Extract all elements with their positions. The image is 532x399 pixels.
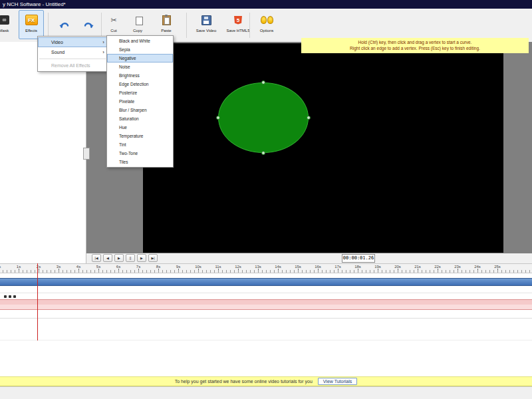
- timeline-summary-track[interactable]: [0, 278, 532, 286]
- ruler-tick: [418, 269, 418, 273]
- ruler-label: 23s: [454, 265, 461, 269]
- ruler-tick: [497, 269, 498, 273]
- redo-icon: [82, 20, 94, 29]
- go-to-start-button[interactable]: |◀: [92, 254, 101, 262]
- mask-icon: [0, 15, 9, 25]
- video-preview-canvas[interactable]: [143, 43, 503, 253]
- menu-item-sound[interactable]: Sound›: [38, 47, 107, 57]
- timeline-row[interactable]: [0, 319, 532, 340]
- ruler-label: 6s: [116, 265, 120, 269]
- vertex-handle-top[interactable]: [261, 80, 265, 84]
- save-video-label: Save Video: [196, 29, 217, 33]
- ruler-tick: [278, 269, 279, 273]
- scissors-icon: ✂: [110, 17, 116, 24]
- transport-bar: |◀◀▶||▶▶| 00:00:01.26: [86, 253, 532, 263]
- ruler-tick: [318, 269, 319, 273]
- ruler-tick: [238, 269, 239, 273]
- submenu-item-tint[interactable]: Tint: [107, 140, 173, 149]
- ruler-label: 10s: [195, 265, 201, 269]
- status-bar: [0, 386, 532, 399]
- effects-button-label: Effects: [25, 29, 37, 33]
- previous-frame-button[interactable]: ◀: [103, 254, 112, 262]
- next-frame-button[interactable]: ▶: [137, 254, 146, 262]
- ruler-tick: [59, 269, 59, 273]
- tutorial-banner: To help you get started we have some onl…: [0, 376, 532, 386]
- pause-button[interactable]: ||: [126, 254, 135, 262]
- track-row-highlighted[interactable]: [0, 299, 532, 305]
- track-control-icon[interactable]: [9, 295, 11, 298]
- ruler-label: 0s: [0, 265, 1, 269]
- play-button[interactable]: ▶: [114, 254, 124, 262]
- ruler-label: 15s: [295, 265, 301, 269]
- ruler-label: 25s: [494, 265, 501, 269]
- title-bar[interactable]: y NCH Software - Untitled*: [0, 0, 532, 9]
- go-to-end-button[interactable]: ▶|: [148, 254, 158, 262]
- timeline-row[interactable]: [0, 309, 532, 319]
- track-control-icon[interactable]: [13, 295, 16, 298]
- ruler-label: 5s: [96, 265, 100, 269]
- ruler-label: 16s: [315, 265, 321, 269]
- submenu-item-pixelate[interactable]: Pixelate: [107, 97, 173, 106]
- submenu-item-blur-sharpen[interactable]: Blur / Sharpen: [107, 106, 173, 114]
- transport-buttons: |◀◀▶||▶▶|: [92, 254, 158, 262]
- timeline-area[interactable]: [0, 273, 532, 376]
- ruler-tick: [218, 269, 219, 273]
- submenu-item-posterize[interactable]: Posterize: [107, 88, 173, 97]
- toolbar-separator: [101, 13, 102, 38]
- ruler-label: 4s: [76, 265, 80, 269]
- ruler-label: 24s: [474, 265, 481, 269]
- window-title: y NCH Software - Untitled*: [3, 1, 66, 7]
- ruler-tick: [298, 269, 299, 273]
- ruler-label: 3s: [57, 265, 61, 269]
- submenu-item-temperature[interactable]: Temperature: [107, 132, 173, 140]
- mask-button[interactable]: Mask: [0, 10, 19, 39]
- playhead[interactable]: [37, 263, 38, 340]
- toolbar-separator: [48, 13, 49, 38]
- ruler-label: 9s: [176, 265, 180, 269]
- submenu-item-black-and-white[interactable]: Black and White: [107, 37, 173, 45]
- cut-button-label: Cut: [110, 29, 116, 33]
- copy-icon: [136, 17, 143, 25]
- effects-button[interactable]: FX Effects: [19, 10, 44, 39]
- paste-icon: [162, 15, 171, 25]
- timeline-row[interactable]: [0, 286, 532, 293]
- options-button[interactable]: Options: [253, 10, 280, 39]
- save-html5-label: Save HTML5: [226, 29, 249, 33]
- submenu-item-noise[interactable]: Noise: [107, 63, 173, 71]
- ruler-tick: [138, 269, 139, 273]
- submenu-arrow-icon: ›: [102, 49, 104, 55]
- submenu-item-saturation[interactable]: Saturation: [107, 114, 173, 123]
- ruler-label: 22s: [434, 265, 441, 269]
- panel-splitter-handle[interactable]: [83, 148, 90, 160]
- ruler-tick: [98, 269, 99, 273]
- ruler-tick: [477, 269, 478, 273]
- ruler-tick: [158, 269, 159, 273]
- view-tutorials-button[interactable]: View Tutorials: [318, 378, 357, 385]
- submenu-item-edge-detection[interactable]: Edge Detection: [107, 80, 173, 88]
- hint-line-2: Right click an edge to add a vertex. Pre…: [303, 45, 527, 51]
- menu-item-video[interactable]: Video›: [38, 37, 107, 47]
- submenu-item-two-tone[interactable]: Two-Tone: [107, 149, 173, 158]
- submenu-item-brightness[interactable]: Brightness: [107, 71, 173, 80]
- hint-line-1: Hold (Ctrl) key, then click and drag a v…: [303, 39, 527, 45]
- save-video-icon: [201, 15, 211, 25]
- vertex-handle-right[interactable]: [307, 116, 311, 120]
- submenu-item-tiles[interactable]: Tiles: [107, 158, 173, 166]
- track-controls: [0, 293, 532, 299]
- redo-button[interactable]: [77, 10, 100, 39]
- submenu-item-hue[interactable]: Hue: [107, 123, 173, 132]
- green-ellipse-shape[interactable]: [218, 82, 309, 153]
- track-control-icon[interactable]: [4, 295, 7, 298]
- undo-button[interactable]: [53, 10, 76, 39]
- ruler-label: 21s: [414, 265, 421, 269]
- toolbar-separator: [186, 13, 187, 38]
- vertex-handle-bottom[interactable]: [261, 151, 265, 155]
- ruler-tick: [438, 269, 438, 273]
- ruler-tick: [78, 269, 79, 273]
- submenu-item-negative[interactable]: Negative: [107, 54, 173, 63]
- ruler-tick: [358, 269, 358, 273]
- vertex-handle-left[interactable]: [216, 116, 220, 120]
- timeline-ruler[interactable]: 0s1s2s3s4s5s6s7s8s9s10s11s12s13s14s15s16…: [0, 263, 532, 273]
- submenu-item-sepia[interactable]: Sepia: [107, 45, 173, 54]
- save-video-button[interactable]: Save Video: [191, 10, 221, 39]
